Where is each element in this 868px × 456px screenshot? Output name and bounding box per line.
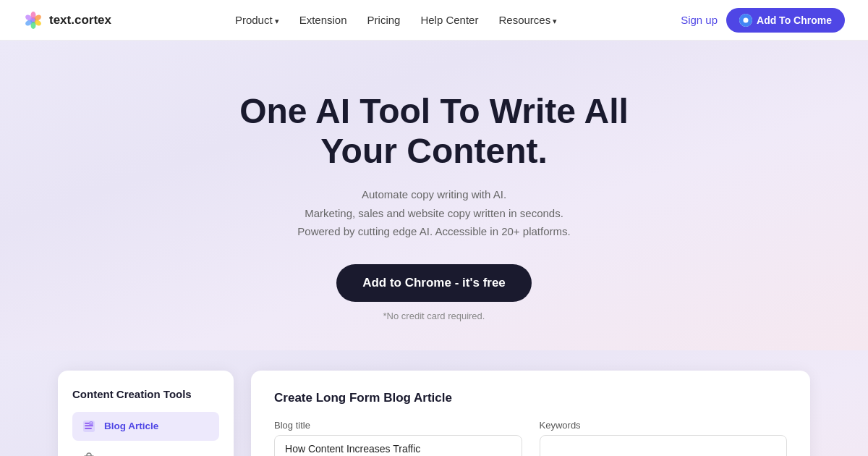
signup-link[interactable]: Sign up bbox=[681, 14, 718, 26]
nav-item-pricing[interactable]: Pricing bbox=[367, 14, 401, 26]
tools-card: Content Creation Tools Blog Article Prod… bbox=[58, 371, 234, 456]
nav-actions: Sign up Add To Chrome bbox=[681, 8, 845, 33]
chrome-icon bbox=[739, 14, 752, 27]
svg-point-15 bbox=[89, 421, 93, 426]
nav-item-extension[interactable]: Extension bbox=[299, 14, 347, 26]
tools-title: Content Creation Tools bbox=[72, 388, 219, 400]
keywords-group: Keywords Hint: Type and press enter bbox=[540, 420, 787, 456]
blog-title-group: Blog title bbox=[274, 420, 522, 456]
blog-title-input[interactable] bbox=[274, 435, 522, 456]
tool-item-product-descriptions[interactable]: Product Descriptions bbox=[72, 445, 219, 456]
product-icon bbox=[81, 452, 97, 456]
svg-rect-14 bbox=[85, 428, 92, 429]
add-to-chrome-button[interactable]: Add To Chrome bbox=[726, 8, 845, 33]
hero-section: One AI Tool To Write All Your Content. A… bbox=[0, 41, 868, 350]
svg-point-10 bbox=[744, 17, 749, 22]
tool-item-blog-article[interactable]: Blog Article bbox=[72, 412, 219, 441]
keywords-label: Keywords bbox=[540, 420, 787, 431]
content-section: Content Creation Tools Blog Article Prod… bbox=[0, 350, 868, 456]
nav-item-resources[interactable]: Resources bbox=[498, 14, 557, 26]
hero-subtext: Automate copy writing with AI. Marketing… bbox=[23, 185, 845, 241]
nav-item-help-center[interactable]: Help Center bbox=[420, 14, 478, 26]
tool-label-blog: Blog Article bbox=[104, 421, 158, 431]
nav-links: Product Extension Pricing Help Center Re… bbox=[235, 14, 557, 26]
nav-item-product[interactable]: Product bbox=[235, 14, 279, 26]
article-icon bbox=[81, 418, 97, 434]
keywords-input[interactable] bbox=[540, 435, 787, 456]
navbar: text.cortex Product Extension Pricing He… bbox=[0, 0, 868, 41]
hero-cta-button[interactable]: Add to Chrome - it's free bbox=[336, 264, 532, 302]
logo-icon bbox=[23, 10, 43, 30]
hero-heading: One AI Tool To Write All Your Content. bbox=[23, 91, 845, 171]
add-to-chrome-label: Add To Chrome bbox=[757, 14, 832, 26]
form-row: Blog title Keywords Hint: Type and press… bbox=[274, 420, 787, 456]
logo[interactable]: text.cortex bbox=[23, 10, 111, 30]
form-card: Create Long Form Blog Article Blog title… bbox=[251, 371, 810, 456]
blog-title-label: Blog title bbox=[274, 420, 522, 431]
logo-text: text.cortex bbox=[49, 13, 111, 28]
form-title: Create Long Form Blog Article bbox=[274, 391, 787, 405]
hero-note: *No credit card required. bbox=[23, 311, 845, 321]
